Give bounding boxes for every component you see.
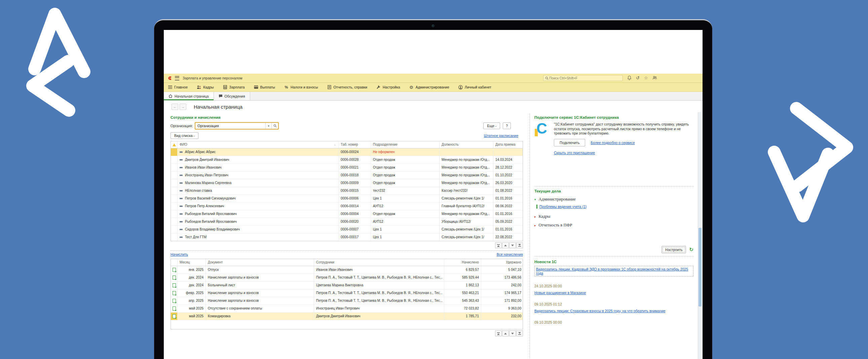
menu-item-vyplaty[interactable]: Выплаты [254,85,275,90]
list-view-button[interactable]: Вид списка - [170,132,198,139]
scroll-to-bottom-button[interactable] [516,242,523,248]
tab-home[interactable]: Начальная страница [164,92,214,100]
menu-item-zarplata[interactable]: Зарплата [223,85,245,90]
menu-item-administrirovanie[interactable]: ⚙ Администрирование [409,85,449,90]
app-window: Зарплата и управление персоналом ↺ ☆ [164,74,703,359]
main-menu-button[interactable] [175,76,179,81]
accrual-document-cell: Отсутствие с сохранением оплаты [206,305,314,312]
panel-divider [530,113,530,359]
scroll-to-top-button[interactable] [495,242,502,248]
employee-name-cell: Малинова Марина Сергеевна [178,179,339,187]
employee-hire-date-cell [493,148,523,156]
search-input[interactable] [549,76,621,81]
menu-item-lichny-kabinet[interactable]: Личный кабинет [458,85,491,90]
menu-item-nalogi[interactable]: % Налоги и взносы [284,85,318,90]
menu-item-otchetnost[interactable]: Отчетность, справки [327,85,367,90]
help-button[interactable]: ? [503,122,511,129]
tab-discussions[interactable]: Обсуждения [214,92,250,100]
connect-button[interactable]: Подключить [554,139,585,146]
configure-button[interactable]: Настроить [661,246,686,253]
news-link[interactable]: Новые расширения в Магазине [534,291,586,295]
employee-position-cell: Менеджер по продажам /Отд... [439,156,493,163]
table-row[interactable]: Петров Петр Алексеевич 0006-00014 АУП12 … [171,203,523,210]
employee-name-cell: Дмитров Дмитрий Иванович [178,156,339,163]
global-search[interactable] [543,75,623,81]
table-row[interactable]: май 2025 Отсутствие с сохранением оплаты… [171,305,523,312]
menu-icon [168,85,172,90]
back-arrow-button[interactable]: ← [172,103,178,110]
all-accruals-link[interactable]: Все начисления [497,252,523,257]
hide-invitation-link[interactable]: Скрыть это приглашение [554,151,595,155]
table-row[interactable]: Иванов Иван Иванович 0006-00021 Отдел пр… [171,164,523,172]
table-row[interactable]: Абрис Абрис Абрис 0006-00024 Не оформлен [171,148,523,156]
accrue-link[interactable]: Начислить [170,252,188,257]
history-icon[interactable]: ↺ [636,75,640,81]
table-row[interactable]: дек. 2024 Начисление зарплаты и взносов … [171,274,523,281]
scrollbar-thumb[interactable] [699,228,702,306]
vertical-scrollbar[interactable] [698,112,702,359]
employee-number-cell: 0006-00028 [339,156,371,163]
menu-item-nastroyka[interactable]: Настройка [376,85,400,90]
column-header-document[interactable]: Документ [206,259,314,266]
table-row[interactable]: май 2025 Командировка Дмитров Дмитрий Ив… [171,312,523,320]
column-header-accrued[interactable]: Начислено [444,259,481,266]
choose-magnifier-icon[interactable] [271,123,278,129]
table-row[interactable]: февр. 2025 Начисление зарплаты и взносов… [171,289,523,297]
accrual-withheld-cell: 5 047,10 [481,266,523,273]
table-row[interactable]: Иностранец Иван Петрович 0006-00018 Отде… [171,172,523,179]
todo-group-pfr-reporting[interactable]: ▸ Отчетность в ПФР [534,223,693,228]
forward-arrow-button[interactable]: → [180,103,186,110]
scroll-down-button[interactable] [509,242,516,248]
scroll-down-button[interactable] [509,330,516,336]
table-row[interactable]: апр. 2025 Начисление зарплаты и взносов … [171,297,523,305]
todo-group-hr[interactable]: ▸ Кадры [534,214,693,219]
staffing-table-link[interactable]: Штатное расписание [484,133,518,138]
employee-department-cell: Отдел продаж [371,172,439,179]
service-actions: Подключить Более подробно о сервисе [554,139,693,146]
refresh-icon[interactable]: ↻ [689,247,693,252]
employee-number-cell: 0006-00004 [339,210,371,218]
table-row[interactable]: НЕполная ставка 0006-00015 тест232 Касси… [171,187,523,195]
column-header-hire-date[interactable]: Дата приема [493,141,523,148]
chevron-down-icon[interactable]: ▾ [265,123,271,129]
organization-input[interactable] [195,124,265,128]
menu-item-kadry[interactable]: Кадры [197,85,214,90]
table-row[interactable]: Петров Василий Сигизмундович 0006-00006 … [171,195,523,203]
row-select-cell [171,156,178,163]
news-item: 24.10.2025 00:00 Новые расширения в Мага… [534,284,693,295]
table-row[interactable]: Рыбоедов Виталий Ярославович 0006-00020 … [171,218,523,226]
document-cell-icon [171,266,178,273]
column-header-month[interactable]: Месяц [178,259,206,266]
table-row[interactable]: Рыбоедов Виталий Ярославович 0006-00004 … [171,210,523,218]
favorites-star-icon[interactable]: ☆ [644,75,648,81]
news-link[interactable]: Видеозапись лекции: Страховые взносы в 2… [534,309,665,313]
column-header-tab-number[interactable]: Таб. номер [339,141,371,148]
table-row[interactable]: дек. 2024 Больничный лист Цветаева Марин… [171,281,523,289]
service-details-link[interactable]: Более подробно о сервисе [591,141,634,145]
table-row[interactable]: Дмитров Дмитрий Иванович 0006-00028 Отде… [171,156,523,164]
organization-label: Организация: [170,124,193,128]
todo-group-administration[interactable]: ▾ Администрирование [534,197,693,202]
scroll-to-bottom-button[interactable] [516,330,523,336]
column-header-position[interactable]: Должность [439,141,493,148]
column-header-withheld[interactable]: Удержано [481,259,523,266]
column-header-employees[interactable]: Сотрудники [314,259,444,266]
table-row[interactable]: янв. 2025 Отпуск Иванов Иван Иванович 6 … [171,266,523,274]
organization-combobox[interactable]: ▾ [195,122,279,129]
news-link[interactable]: Видеозапись лекции. Кадровый ЭДО в прогр… [536,267,688,275]
featured-news-item[interactable]: Видеозапись лекции. Кадровый ЭДО в прогр… [534,266,693,276]
scroll-up-button[interactable] [502,330,509,336]
column-header-department[interactable]: Подразделение [371,141,439,148]
more-button[interactable]: Еще - [483,122,500,129]
scroll-to-top-button[interactable] [495,330,502,336]
menu-item-glavnoe[interactable]: Главное [168,85,188,90]
table-row[interactable]: Тест Для ГТМ 0006-00017 Цех 1 Слесарь-ре… [171,234,523,241]
table-row[interactable]: Сидоров Владимир Владимирович 0006-00007… [171,226,523,234]
accounting-problems-link[interactable]: Проблемы ведения учета (1) [536,205,587,209]
support-people-icon[interactable] [652,76,657,81]
scroll-up-button[interactable] [502,242,509,248]
employee-number-cell: 0006-00006 [339,195,371,202]
notifications-bell-icon[interactable] [627,76,631,81]
column-header-fio[interactable]: ФИО [180,141,187,148]
table-row[interactable]: Малинова Марина Сергеевна 0006-00009 Отд… [171,179,523,187]
